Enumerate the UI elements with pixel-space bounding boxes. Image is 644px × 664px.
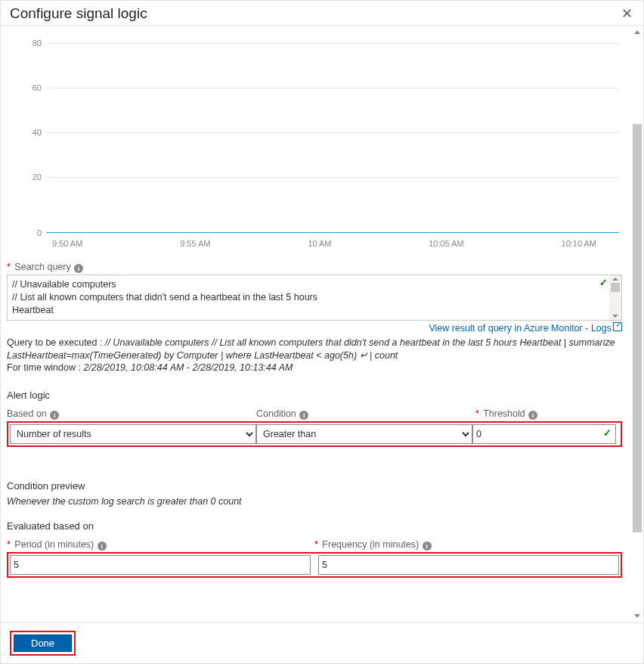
y-tick-label: 60 <box>22 83 42 92</box>
chart-gridline <box>46 132 619 133</box>
required-asterisk: * <box>314 539 318 550</box>
y-tick-label: 20 <box>22 172 42 182</box>
based-on-label: Based on i <box>7 408 256 420</box>
query-line: Heartbeat <box>12 304 608 317</box>
search-query-input[interactable]: // Unavailable computers // List all kno… <box>7 275 622 321</box>
evaluated-controls-row <box>10 555 619 575</box>
evaluated-highlight <box>7 552 622 578</box>
info-icon[interactable]: i <box>299 411 308 420</box>
info-icon[interactable]: i <box>98 541 107 551</box>
alert-logic-labels-row: Based on i Condition i * Threshold i <box>7 405 622 421</box>
threshold-wrapper: ✓ <box>472 424 616 444</box>
info-icon[interactable]: i <box>74 264 83 273</box>
query-line: // List all known computers that didn't … <box>12 291 608 304</box>
content-area: 80 60 40 20 0 9:50 AM 9:55 AM 10 AM 10:0… <box>7 26 637 585</box>
chart-x-labels: 9:50 AM 9:55 AM 10 AM 10:05 AM 10:10 AM <box>46 239 619 248</box>
alert-logic-controls-row: Number of results Greater than ✓ <box>10 424 619 444</box>
condition-label: Condition i <box>256 408 475 420</box>
threshold-label: * Threshold i <box>475 408 619 420</box>
y-tick-label: 40 <box>22 128 42 137</box>
view-result-link-row: View result of query in Azure Monitor - … <box>7 322 622 334</box>
view-result-link[interactable]: View result of query in Azure Monitor - … <box>429 323 622 334</box>
condition-preview-title: Condition preview <box>7 480 622 492</box>
done-highlight: Done <box>10 631 76 656</box>
frequency-input[interactable] <box>318 555 619 575</box>
info-icon[interactable]: i <box>423 541 432 551</box>
condition-preview-text: Whenever the custom log search is greate… <box>7 496 622 507</box>
execution-description: Query to be executed : // Unavailable co… <box>7 337 622 375</box>
alert-logic-title: Alert logic <box>7 389 622 401</box>
threshold-input[interactable] <box>472 424 616 444</box>
based-on-select[interactable]: Number of results <box>10 424 256 444</box>
required-asterisk: * <box>7 539 11 550</box>
info-icon[interactable]: i <box>528 411 537 420</box>
alert-logic-highlight: Number of results Greater than ✓ <box>7 421 622 447</box>
evaluated-title: Evaluated based on <box>7 520 622 532</box>
panel-scrollbar[interactable] <box>631 26 643 622</box>
x-tick-label: 10 AM <box>308 239 331 248</box>
query-result-chart: 80 60 40 20 0 9:50 AM 9:55 AM 10 AM 10:0… <box>16 35 619 247</box>
info-icon[interactable]: i <box>50 411 59 420</box>
x-tick-label: 10:10 AM <box>562 239 596 248</box>
valid-check-icon: ✓ <box>599 277 608 290</box>
chart-gridline <box>46 43 619 44</box>
panel-header: Configure signal logic ✕ <box>1 1 643 26</box>
chart-gridline <box>46 177 619 178</box>
required-asterisk: * <box>7 262 11 272</box>
x-tick-label: 10:05 AM <box>429 239 463 248</box>
panel-body: 80 60 40 20 0 9:50 AM 9:55 AM 10 AM 10:0… <box>1 26 643 622</box>
panel-footer: Done <box>1 622 643 663</box>
chart-gridline <box>46 88 619 88</box>
configure-signal-logic-panel: Configure signal logic ✕ 80 60 40 20 0 9… <box>0 0 644 664</box>
condition-select[interactable]: Greater than <box>256 424 472 444</box>
period-input[interactable] <box>10 555 311 575</box>
chart-series-line <box>46 232 619 233</box>
frequency-label: * Frequency (in minutes) i <box>314 539 622 551</box>
done-button[interactable]: Done <box>14 635 72 652</box>
required-asterisk: * <box>475 408 479 419</box>
x-tick-label: 9:50 AM <box>52 239 82 248</box>
y-tick-label: 0 <box>22 228 42 237</box>
query-scrollbar[interactable] <box>609 275 621 320</box>
x-tick-label: 9:55 AM <box>180 239 210 248</box>
external-link-icon <box>613 322 622 331</box>
period-label: * Period (in minutes) i <box>7 539 314 551</box>
search-query-label: * Search query i <box>7 262 622 273</box>
panel-title: Configure signal logic <box>10 5 147 22</box>
query-line: // Unavailable computers <box>12 278 608 291</box>
y-tick-label: 80 <box>22 39 42 48</box>
close-icon[interactable]: ✕ <box>618 5 636 22</box>
evaluated-labels-row: * Period (in minutes) i * Frequency (in … <box>7 536 622 552</box>
